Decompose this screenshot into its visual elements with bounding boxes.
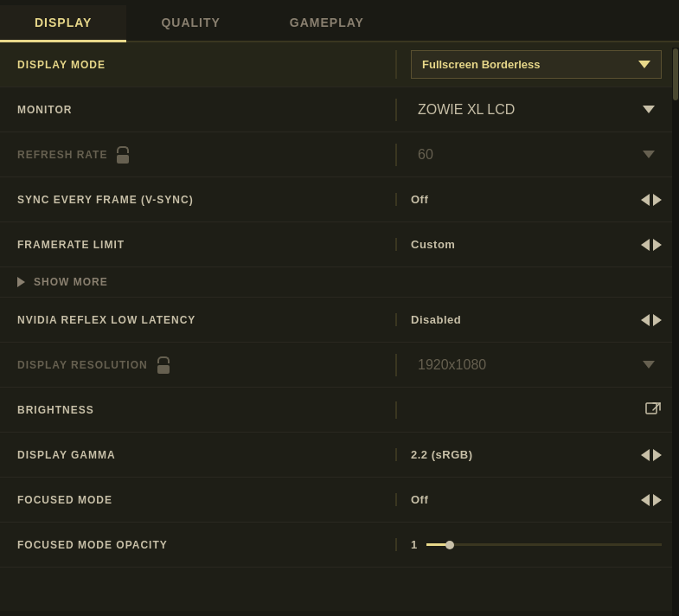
resolution-dropdown[interactable]: 1920x1080 — [411, 354, 662, 376]
setting-row-framerate: FRAMERATE LIMIT Custom — [0, 222, 679, 267]
focused-mode-arrows — [641, 494, 662, 506]
vsync-control: Off — [395, 193, 662, 206]
vsync-arrows — [641, 194, 662, 206]
expand-icon — [17, 277, 25, 287]
nvidia-value: Disabled — [411, 313, 461, 326]
opacity-control: 1 — [395, 538, 662, 551]
nvidia-arrows — [641, 314, 662, 326]
gamma-value: 2.2 (sRGB) — [411, 448, 472, 461]
framerate-prev[interactable] — [641, 239, 650, 251]
focused-mode-control: Off — [395, 493, 662, 506]
resolution-value: 1920x1080 — [418, 357, 486, 373]
resolution-control: 1920x1080 — [395, 354, 662, 376]
vsync-value: Off — [411, 193, 428, 206]
refresh-rate-lock-icon — [116, 146, 130, 164]
nvidia-prev[interactable] — [641, 314, 650, 326]
setting-row-refresh-rate: REFRESH RATE 60 — [0, 132, 679, 177]
framerate-control: Custom — [395, 238, 662, 251]
opacity-slider-thumb — [445, 541, 454, 549]
refresh-rate-control: 60 — [395, 144, 662, 166]
focused-mode-label: FOCUSED MODE — [17, 494, 395, 506]
opacity-value: 1 — [411, 538, 418, 551]
gamma-next[interactable] — [653, 449, 662, 461]
vsync-prev[interactable] — [641, 194, 650, 206]
settings-panel: Display Quality Gameplay DISPLAY MODE Fu… — [0, 0, 679, 611]
display-mode-dropdown[interactable]: Fullscreen Borderless — [411, 50, 662, 79]
monitor-value: ZOWIE XL LCD — [418, 102, 515, 118]
nvidia-control: Disabled — [395, 313, 662, 326]
resolution-label: DISPLAY RESOLUTION — [17, 356, 395, 374]
framerate-label: FRAMERATE LIMIT — [17, 239, 395, 251]
nvidia-next[interactable] — [653, 314, 662, 326]
setting-row-vsync: SYNC EVERY FRAME (V-SYNC) Off — [0, 177, 679, 222]
gamma-prev[interactable] — [641, 449, 650, 461]
display-mode-control: Fullscreen Borderless — [395, 50, 662, 79]
opacity-slider-track[interactable] — [426, 543, 662, 546]
refresh-rate-label: REFRESH RATE — [17, 146, 395, 164]
refresh-rate-dropdown[interactable]: 60 — [411, 144, 662, 166]
brightness-control — [395, 401, 662, 419]
setting-row-resolution: DISPLAY RESOLUTION 1920x1080 — [0, 343, 679, 388]
show-more-label: SHOW MORE — [34, 276, 108, 288]
focused-prev[interactable] — [641, 494, 650, 506]
dropdown-arrow-monitor — [643, 106, 655, 113]
monitor-label: MONITOR — [17, 104, 395, 116]
gamma-arrows — [641, 449, 662, 461]
vsync-next[interactable] — [653, 194, 662, 206]
focused-mode-value: Off — [411, 493, 428, 506]
setting-row-brightness: BRIGHTNESS — [0, 388, 679, 433]
gamma-control: 2.2 (sRGB) — [395, 448, 662, 461]
refresh-rate-value: 60 — [418, 147, 433, 163]
tab-display[interactable]: Display — [0, 5, 126, 42]
setting-row-monitor: MONITOR ZOWIE XL LCD — [0, 87, 679, 132]
tabs-container: Display Quality Gameplay — [0, 0, 679, 42]
show-more-row[interactable]: SHOW MORE — [0, 267, 679, 298]
resolution-lock-icon — [157, 356, 170, 374]
vsync-label: SYNC EVERY FRAME (V-SYNC) — [17, 194, 395, 206]
settings-content: DISPLAY MODE Fullscreen Borderless MONIT… — [0, 42, 679, 611]
nvidia-label: NVIDIA REFLEX LOW LATENCY — [17, 314, 395, 326]
dropdown-arrow-display-mode — [638, 61, 650, 68]
setting-row-nvidia: NVIDIA REFLEX LOW LATENCY Disabled — [0, 298, 679, 343]
gamma-label: DISPLAY GAMMA — [17, 449, 395, 461]
scrollbar[interactable] — [672, 48, 679, 616]
display-mode-label: DISPLAY MODE — [17, 59, 395, 71]
framerate-next[interactable] — [653, 239, 662, 251]
setting-row-opacity: FOCUSED MODE OPACITY 1 — [0, 523, 679, 568]
dropdown-arrow-refresh — [643, 151, 655, 158]
setting-row-display-mode: DISPLAY MODE Fullscreen Borderless — [0, 42, 679, 87]
framerate-arrows — [641, 239, 662, 251]
setting-row-focused: FOCUSED MODE Off — [0, 478, 679, 523]
dropdown-arrow-resolution — [643, 361, 655, 369]
focused-next[interactable] — [653, 494, 662, 506]
framerate-value: Custom — [411, 238, 455, 251]
scrollbar-thumb[interactable] — [673, 48, 678, 100]
tab-gameplay[interactable]: Gameplay — [255, 5, 399, 42]
brightness-external-btn[interactable] — [644, 401, 662, 419]
monitor-control: ZOWIE XL LCD — [395, 99, 662, 121]
opacity-slider-container: 1 — [411, 538, 662, 551]
setting-row-gamma: DISPLAY GAMMA 2.2 (sRGB) — [0, 433, 679, 478]
opacity-label: FOCUSED MODE OPACITY — [17, 539, 395, 551]
display-mode-value: Fullscreen Borderless — [422, 58, 541, 71]
tab-quality[interactable]: Quality — [126, 5, 254, 42]
brightness-label: BRIGHTNESS — [17, 404, 395, 416]
monitor-dropdown[interactable]: ZOWIE XL LCD — [411, 99, 662, 121]
